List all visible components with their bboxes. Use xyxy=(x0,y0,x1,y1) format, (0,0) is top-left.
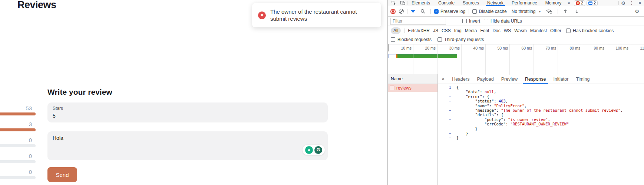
type-chip-img[interactable]: Img xyxy=(454,28,462,33)
chevron-down-icon[interactable]: ▾ xyxy=(539,9,541,13)
request-row-reviews[interactable]: reviews xyxy=(388,84,437,92)
type-chip-js[interactable]: JS xyxy=(433,28,438,33)
timeline-gridline xyxy=(485,44,486,75)
line-gutter-marker[interactable]: − xyxy=(438,117,451,122)
type-chip-ws[interactable]: WS xyxy=(504,28,511,33)
review-text-value: Hola xyxy=(53,135,323,141)
line-gutter-marker[interactable]: − xyxy=(438,99,451,103)
line-gutter-marker[interactable]: − xyxy=(438,90,451,94)
blocked-requests-filter: Blocked requests xyxy=(391,37,432,42)
code-line: − } xyxy=(438,127,644,131)
clear-network-log-icon[interactable] xyxy=(399,9,404,14)
network-settings-gear-icon[interactable]: ⚙ xyxy=(633,9,641,14)
grammarly-suggestion-bulb-icon[interactable]: ◆ xyxy=(305,146,313,154)
send-button[interactable]: Send xyxy=(47,167,77,182)
network-conditions-icon[interactable] xyxy=(544,9,554,14)
detail-tab-response[interactable]: Response xyxy=(521,74,549,84)
rating-count-label: 53 xyxy=(0,105,32,111)
code-text: "error": { xyxy=(451,94,489,99)
divider xyxy=(558,9,558,14)
type-chip-manifest[interactable]: Manifest xyxy=(530,28,547,33)
stars-label: Stars xyxy=(53,106,323,111)
timeline-tick-label: 80 ms xyxy=(569,46,582,50)
export-har-icon[interactable] xyxy=(573,9,581,14)
stars-field[interactable]: Stars 5 xyxy=(47,102,328,122)
error-count-badge[interactable]: ✕ 2 xyxy=(574,0,585,6)
detail-tab-preview[interactable]: Preview xyxy=(498,74,521,84)
detail-tab-timing[interactable]: Timing xyxy=(572,74,593,84)
line-gutter-marker[interactable]: − xyxy=(438,131,451,135)
disable-cache-checkbox[interactable] xyxy=(472,9,477,14)
search-icon[interactable] xyxy=(419,9,427,14)
type-chip-doc[interactable]: Doc xyxy=(492,28,500,33)
panel-tab-network[interactable]: Network xyxy=(483,0,508,6)
filter-funnel-icon[interactable] xyxy=(411,10,415,13)
close-detail-icon[interactable]: × xyxy=(438,76,448,82)
timeline-gridline xyxy=(413,44,413,75)
close-devtools-icon[interactable]: × xyxy=(636,0,644,6)
filter-input[interactable] xyxy=(390,18,446,25)
more-panels-icon[interactable]: » xyxy=(565,0,572,6)
line-gutter-marker[interactable]: − xyxy=(438,94,451,99)
network-filter-row: Invert Hide data URLs xyxy=(388,17,644,26)
request-names-column: Name reviews xyxy=(388,74,438,185)
throttling-select[interactable]: No throttling xyxy=(512,9,536,14)
detail-tab-headers[interactable]: Headers xyxy=(448,74,473,84)
name-column-header[interactable]: Name xyxy=(388,74,437,84)
import-har-icon[interactable] xyxy=(561,9,569,14)
code-line: − "error": { xyxy=(438,94,644,99)
line-gutter-marker[interactable]: 1 xyxy=(438,85,451,90)
code-line: − "data": null, xyxy=(438,90,644,94)
third-party-requests-checkbox[interactable] xyxy=(437,37,442,42)
message-count-badge[interactable]: 2 xyxy=(587,0,598,6)
type-chip-media[interactable]: Media xyxy=(465,28,477,33)
invert-checkbox[interactable] xyxy=(462,19,467,23)
code-line: − "policy": "is-owner-review", xyxy=(438,117,644,122)
type-chip-all[interactable]: All xyxy=(391,27,401,34)
inspect-element-icon[interactable] xyxy=(390,1,398,6)
hide-data-urls-checkbox[interactable] xyxy=(484,19,488,23)
grammarly-widget[interactable]: ◆ G xyxy=(302,144,325,155)
review-text-field[interactable]: Hola ◆ G xyxy=(47,131,328,160)
blocked-requests-checkbox[interactable] xyxy=(391,37,395,42)
network-toolbar: Preserve log Disable cache No throttling… xyxy=(388,6,644,17)
line-gutter-marker[interactable]: − xyxy=(438,104,451,108)
grammarly-logo-icon[interactable]: G xyxy=(314,146,322,154)
devtools-panel-tabs: ElementsConsoleSourcesNetworkPerformance… xyxy=(407,0,565,6)
type-chip-font[interactable]: Font xyxy=(480,28,489,33)
kebab-menu-icon[interactable]: ⋮ xyxy=(628,0,636,6)
detail-tab-list: HeadersPayloadPreviewResponseInitiatorTi… xyxy=(448,74,593,84)
line-gutter-marker[interactable]: − xyxy=(438,108,451,112)
line-gutter-marker[interactable]: − xyxy=(438,135,451,140)
timeline-tick-label: 90 ms xyxy=(594,46,606,50)
settings-gear-icon[interactable]: ⚙ xyxy=(619,0,628,6)
type-chip-css[interactable]: CSS xyxy=(442,28,451,33)
has-blocked-cookies-filter: Has blocked cookies xyxy=(566,28,614,33)
line-gutter-marker[interactable]: − xyxy=(438,127,451,131)
panel-tab-sources[interactable]: Sources xyxy=(459,0,483,6)
type-chip-fetch-xhr[interactable]: Fetch/XHR xyxy=(408,28,430,33)
preserve-log-checkbox[interactable] xyxy=(434,9,439,14)
has-blocked-cookies-checkbox[interactable] xyxy=(566,28,571,33)
request-detail-tabs: × HeadersPayloadPreviewResponseInitiator… xyxy=(438,74,644,84)
panel-tab-memory[interactable]: Memory xyxy=(541,0,565,6)
line-gutter-marker[interactable]: − xyxy=(438,112,451,117)
rating-count-label: 3 xyxy=(0,121,32,127)
type-chip-wasm[interactable]: Wasm xyxy=(514,28,527,33)
code-line: −} xyxy=(438,135,644,140)
network-main-split: Name reviews × HeadersPayloadPreviewResp… xyxy=(388,74,644,185)
device-toolbar-icon[interactable] xyxy=(398,1,407,5)
network-overview-timeline[interactable]: 10 ms20 ms30 ms40 ms50 ms60 ms70 ms80 ms… xyxy=(388,44,644,75)
record-network-log-icon[interactable] xyxy=(390,9,396,14)
panel-tab-elements[interactable]: Elements xyxy=(407,0,434,6)
detail-tab-payload[interactable]: Payload xyxy=(473,74,497,84)
request-waterfall-bar[interactable] xyxy=(389,54,457,58)
invert-filter: Invert xyxy=(462,18,480,24)
type-chip-other[interactable]: Other xyxy=(550,28,561,33)
code-line: 1{ xyxy=(438,85,644,90)
detail-tab-initiator[interactable]: Initiator xyxy=(549,74,572,84)
panel-tab-console[interactable]: Console xyxy=(434,0,459,6)
panel-tab-performance[interactable]: Performance xyxy=(508,0,541,6)
error-toast: ✕ The owner of the restaurant cannot sub… xyxy=(252,3,381,27)
line-gutter-marker[interactable]: − xyxy=(438,122,451,126)
